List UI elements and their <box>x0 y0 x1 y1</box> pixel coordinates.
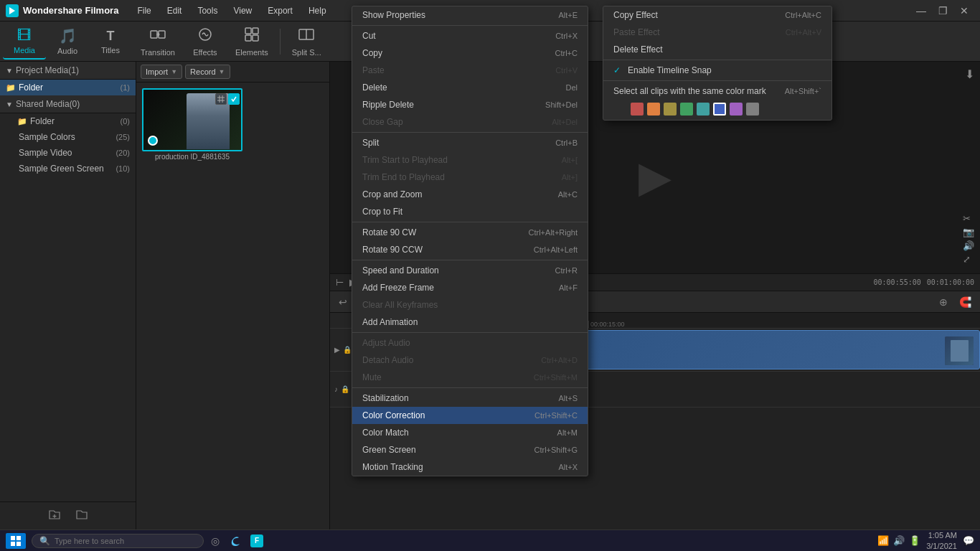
toolbar-media[interactable]: 🎞 Media <box>3 24 46 60</box>
undo-icon[interactable]: ↩ <box>336 295 350 309</box>
toolbar-elements[interactable]: Elements <box>227 24 277 60</box>
shared-media-count: (0) <box>70 99 80 109</box>
ctx-rotate-cw[interactable]: Rotate 90 CW Ctrl+Alt+Right <box>352 224 588 241</box>
color-teal[interactable] <box>697 103 710 116</box>
menu-file[interactable]: File <box>130 4 158 18</box>
ctx-crop-zoom[interactable]: Crop and Zoom Alt+C <box>352 186 588 203</box>
color-gray[interactable] <box>746 103 759 116</box>
ctx-copy[interactable]: Copy Ctrl+C <box>352 44 588 62</box>
record-dropdown[interactable]: Record ▼ <box>185 65 230 79</box>
media-icon: 🎞 <box>17 27 32 44</box>
close-button[interactable]: ✕ <box>954 4 974 18</box>
add-folder-button[interactable] <box>47 507 62 525</box>
remove-folder-button[interactable] <box>74 507 90 525</box>
minimize-button[interactable]: — <box>911 4 931 18</box>
shared-media-label: Shared Media <box>16 99 70 109</box>
toolbar-titles[interactable]: T Titles <box>89 24 132 60</box>
shared-folder-count: (0) <box>121 117 130 126</box>
ctx-rotate-ccw[interactable]: Rotate 90 CCW Ctrl+Alt+Left <box>352 241 588 258</box>
ctx-color-match[interactable]: Color Match Alt+M <box>352 424 588 441</box>
maximize-button[interactable]: ❐ <box>933 4 953 18</box>
ctx-right-sep-2 <box>603 80 831 81</box>
prev-snap-icon[interactable]: ⊢ <box>336 277 344 288</box>
scissors-icon[interactable]: ✂ <box>963 213 974 224</box>
start-button[interactable] <box>6 533 26 549</box>
clock-area[interactable]: 1:05 AM 3/1/2021 <box>926 530 957 551</box>
ctx-color-correction[interactable]: Color Correction Ctrl+Shift+C <box>352 407 588 424</box>
taskbar-search[interactable]: 🔍 <box>32 534 204 548</box>
toolbar-audio[interactable]: 🎵 Audio <box>46 24 89 60</box>
context-menu-left: Show Properties Alt+E Cut Ctrl+X Copy Ct… <box>352 6 588 476</box>
ctx-copy-effect[interactable]: Copy Effect Ctrl+Alt+C <box>603 6 831 24</box>
search-input[interactable] <box>55 537 196 545</box>
ctx-sep-5 <box>352 332 588 333</box>
magnet-icon[interactable]: 🧲 <box>956 295 974 309</box>
ctx-stabilization[interactable]: Stabilization Alt+S <box>352 390 588 407</box>
taskbar-filmora[interactable]: F <box>247 533 267 549</box>
ctx-enable-snap[interactable]: ✓ Enable Timeline Snap <box>603 62 831 79</box>
color-purple[interactable] <box>730 103 743 116</box>
shared-media-header[interactable]: ▼ Shared Media (0) <box>0 95 136 113</box>
download-icon[interactable]: ⬇ <box>965 67 974 81</box>
sound-icon[interactable]: 🔊 <box>893 535 905 546</box>
menu-edit[interactable]: Edit <box>160 4 189 18</box>
svg-rect-5 <box>253 28 258 34</box>
ctx-split[interactable]: Split Ctrl+B <box>352 134 588 151</box>
folder-item[interactable]: 📁 Folder (1) <box>0 80 136 95</box>
toolbar-transition[interactable]: Transition <box>132 24 184 60</box>
add-track-icon[interactable]: ⊕ <box>936 295 951 309</box>
color-yellow[interactable] <box>664 103 677 116</box>
sample-greenscreen-item[interactable]: Sample Green Screen (10) <box>0 161 136 176</box>
ctx-add-animation[interactable]: Add Animation <box>352 314 588 331</box>
sys-icons: 📶 🔊 🔋 <box>877 535 920 546</box>
menu-export[interactable]: Export <box>260 4 300 18</box>
ctx-delete[interactable]: Delete Del <box>352 79 588 96</box>
transition-icon <box>150 27 166 46</box>
sample-video-item[interactable]: Sample Video (20) <box>0 145 136 161</box>
audio-icon: 🎵 <box>59 27 77 44</box>
color-orange[interactable] <box>647 103 660 116</box>
audio-note-icon[interactable]: ♪ <box>334 385 338 393</box>
shared-folder-item[interactable]: 📁 Folder (0) <box>0 113 136 129</box>
import-arrow-icon: ▼ <box>171 68 177 75</box>
camera-icon[interactable]: 📷 <box>963 227 974 237</box>
ctx-speed-duration[interactable]: Speed and Duration Ctrl+R <box>352 262 588 279</box>
ctx-crop-fit[interactable]: Crop to Fit <box>352 203 588 220</box>
toolbar-effects[interactable]: Effects <box>184 24 227 60</box>
audio-lock-icon[interactable]: 🔒 <box>341 385 349 393</box>
ctx-cut[interactable]: Cut Ctrl+X <box>352 27 588 44</box>
cortana-icon[interactable]: ◎ <box>211 535 220 547</box>
import-dropdown[interactable]: Import ▼ <box>141 65 182 79</box>
menu-tools[interactable]: Tools <box>190 4 225 18</box>
ctx-delete-effect[interactable]: Delete Effect <box>603 41 831 58</box>
media-thumb-item[interactable]: production ID_4881635 <box>142 88 242 161</box>
wifi-icon[interactable]: 📶 <box>877 535 889 546</box>
ctx-ripple-delete[interactable]: Ripple Delete Shift+Del <box>352 96 588 113</box>
folder-label: Folder <box>19 83 43 93</box>
menu-view[interactable]: View <box>226 4 259 18</box>
color-red[interactable] <box>631 103 644 116</box>
preview-timecode-right: 00:01:00:00 <box>927 278 974 286</box>
toolbar-split[interactable]: Split S... <box>283 24 330 60</box>
battery-icon[interactable]: 🔋 <box>909 535 920 546</box>
color-marks <box>603 100 831 120</box>
ctx-motion-tracking[interactable]: Motion Tracking Alt+X <box>352 458 588 476</box>
menu-help[interactable]: Help <box>301 4 334 18</box>
ctx-freeze-frame[interactable]: Add Freeze Frame Alt+F <box>352 279 588 296</box>
sample-video-label: Sample Video <box>19 148 72 158</box>
track-lock-icon[interactable]: 🔒 <box>343 346 352 354</box>
ctx-show-properties[interactable]: Show Properties Alt+E <box>352 6 588 24</box>
project-media-header[interactable]: ▼ Project Media (1) <box>0 62 136 80</box>
track-play-icon[interactable]: ▶ <box>334 346 340 354</box>
ctx-green-screen[interactable]: Green Screen Ctrl+Shift+G <box>352 441 588 458</box>
ctx-select-same-color[interactable]: Select all clips with the same color mar… <box>603 83 831 100</box>
color-green[interactable] <box>680 103 693 116</box>
chevron-down-icon-2: ▼ <box>6 100 13 108</box>
resize-icon[interactable]: ⤢ <box>963 254 974 265</box>
ctx-mute: Mute Ctrl+Shift+M <box>352 369 588 386</box>
notification-icon[interactable]: 💬 <box>963 535 974 546</box>
color-blue[interactable] <box>713 103 726 116</box>
volume-icon[interactable]: 🔊 <box>963 240 974 251</box>
taskbar-edge[interactable] <box>225 533 245 549</box>
sample-colors-item[interactable]: Sample Colors (25) <box>0 129 136 145</box>
